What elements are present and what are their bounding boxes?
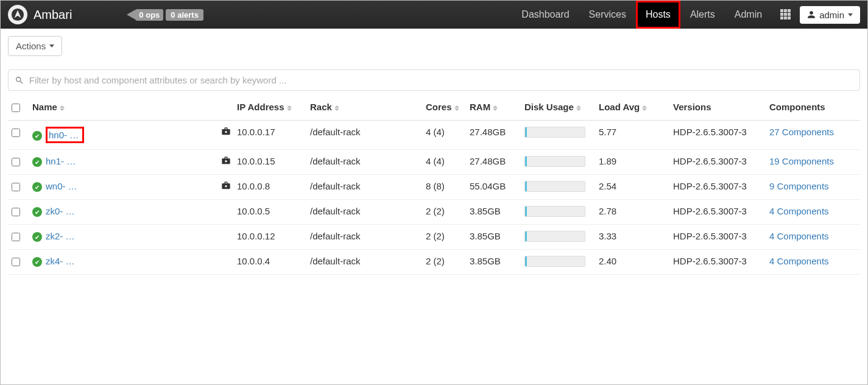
col-load[interactable]: Load Avg <box>595 96 669 121</box>
ram-cell: 3.85GB <box>466 200 521 225</box>
maintenance-icon <box>217 200 233 225</box>
health-ok-icon: ✔ <box>32 157 42 167</box>
select-all-checkbox[interactable] <box>12 104 20 112</box>
col-cores[interactable]: Cores <box>422 96 466 121</box>
version-cell: HDP-2.6.5.3007-3 <box>669 250 766 275</box>
col-rack[interactable]: Rack <box>306 96 422 121</box>
ambari-logo-icon <box>8 5 27 24</box>
top-navbar: Ambari 0 ops 0 alerts Dashboard Services… <box>1 1 867 29</box>
user-label: admin <box>819 10 844 20</box>
nav-links: Dashboard Services Hosts Alerts Admin ad… <box>512 1 860 29</box>
nav-alerts[interactable]: Alerts <box>680 1 725 29</box>
row-checkbox[interactable] <box>12 233 20 241</box>
components-link[interactable]: 27 Components <box>769 127 834 137</box>
ram-cell: 27.48GB <box>466 150 521 175</box>
host-name-link[interactable]: hn0- … <box>46 127 84 143</box>
brand-name: Ambari <box>34 8 72 22</box>
col-components: Components <box>766 96 860 121</box>
cores-cell: 8 (8) <box>422 175 466 200</box>
row-checkbox[interactable] <box>12 158 20 166</box>
alerts-badge[interactable]: 0 alerts <box>166 9 203 21</box>
rack-cell: /default-rack <box>306 121 422 150</box>
col-name[interactable]: Name <box>29 96 217 121</box>
maintenance-icon <box>217 225 233 250</box>
maintenance-icon <box>217 121 233 150</box>
ip-cell: 10.0.0.5 <box>233 200 306 225</box>
components-link[interactable]: 4 Components <box>769 256 829 266</box>
ops-badge[interactable]: 0 ops <box>127 9 163 21</box>
sort-icon <box>642 105 647 111</box>
rack-cell: /default-rack <box>306 250 422 275</box>
apps-grid-icon[interactable] <box>780 9 791 20</box>
ip-cell: 10.0.0.17 <box>233 121 306 150</box>
host-name-link[interactable]: wn0- … <box>46 181 77 191</box>
version-cell: HDP-2.6.5.3007-3 <box>669 175 766 200</box>
disk-usage-bar <box>524 231 585 242</box>
sort-icon <box>60 105 65 111</box>
row-checkbox[interactable] <box>12 258 20 266</box>
caret-down-icon <box>848 13 853 16</box>
col-ram[interactable]: RAM <box>466 96 521 121</box>
nav-dashboard[interactable]: Dashboard <box>512 1 579 29</box>
nav-services[interactable]: Services <box>579 1 636 29</box>
cores-cell: 4 (4) <box>422 150 466 175</box>
host-name-link[interactable]: hn1- … <box>46 156 76 166</box>
table-row: ✔hn1- …10.0.0.15/default-rack4 (4)27.48G… <box>8 150 860 175</box>
cores-cell: 4 (4) <box>422 121 466 150</box>
rack-cell: /default-rack <box>306 175 422 200</box>
actions-button[interactable]: Actions <box>8 36 62 56</box>
col-ip[interactable]: IP Address <box>233 96 306 121</box>
brand[interactable]: Ambari <box>8 5 72 24</box>
host-name-link[interactable]: zk0- … <box>46 206 75 216</box>
health-ok-icon: ✔ <box>32 257 42 267</box>
ram-cell: 3.85GB <box>466 250 521 275</box>
health-ok-icon: ✔ <box>32 182 42 192</box>
disk-usage-bar <box>524 206 585 217</box>
load-cell: 2.54 <box>595 175 669 200</box>
col-versions: Versions <box>669 96 766 121</box>
row-checkbox[interactable] <box>12 208 20 216</box>
rack-cell: /default-rack <box>306 150 422 175</box>
host-name-link[interactable]: zk4- … <box>46 256 75 266</box>
disk-usage-bar <box>524 156 585 167</box>
maintenance-icon <box>217 250 233 275</box>
cores-cell: 2 (2) <box>422 200 466 225</box>
rack-cell: /default-rack <box>306 225 422 250</box>
nav-hosts[interactable]: Hosts <box>636 1 680 29</box>
ops-badge-label: 0 ops <box>135 9 163 21</box>
health-ok-icon: ✔ <box>32 207 42 217</box>
load-cell: 5.77 <box>595 121 669 150</box>
nav-badges: 0 ops 0 alerts <box>127 1 203 29</box>
hosts-filter-input[interactable] <box>29 75 853 85</box>
row-checkbox[interactable] <box>12 129 20 137</box>
user-menu-button[interactable]: admin <box>800 6 860 24</box>
sort-icon <box>493 105 498 111</box>
components-link[interactable]: 4 Components <box>769 206 829 216</box>
user-icon <box>807 10 816 19</box>
hosts-table: Name IP Address Rack Cores RAM Disk Usag… <box>8 96 860 275</box>
components-link[interactable]: 9 Components <box>769 181 829 191</box>
row-checkbox[interactable] <box>12 183 20 191</box>
col-disk[interactable]: Disk Usage <box>521 96 595 121</box>
health-ok-icon: ✔ <box>32 131 42 141</box>
search-icon <box>15 76 24 85</box>
sort-icon <box>454 105 459 111</box>
hosts-filter-bar[interactable] <box>8 69 860 91</box>
disk-usage-bar <box>524 256 585 267</box>
hosts-table-header: Name IP Address Rack Cores RAM Disk Usag… <box>8 96 860 121</box>
load-cell: 2.78 <box>595 200 669 225</box>
host-name-link[interactable]: zk2- … <box>46 231 75 241</box>
nav-admin[interactable]: Admin <box>725 1 772 29</box>
components-link[interactable]: 19 Components <box>769 156 834 166</box>
ip-cell: 10.0.0.8 <box>233 175 306 200</box>
version-cell: HDP-2.6.5.3007-3 <box>669 200 766 225</box>
load-cell: 2.40 <box>595 250 669 275</box>
maintenance-icon <box>217 175 233 200</box>
components-link[interactable]: 4 Components <box>769 231 829 241</box>
ram-cell: 55.04GB <box>466 175 521 200</box>
table-row: ✔zk0- …10.0.0.5/default-rack2 (2)3.85GB2… <box>8 200 860 225</box>
load-cell: 1.89 <box>595 150 669 175</box>
table-row: ✔hn0- …10.0.0.17/default-rack4 (4)27.48G… <box>8 121 860 150</box>
ip-cell: 10.0.0.4 <box>233 250 306 275</box>
version-cell: HDP-2.6.5.3007-3 <box>669 150 766 175</box>
